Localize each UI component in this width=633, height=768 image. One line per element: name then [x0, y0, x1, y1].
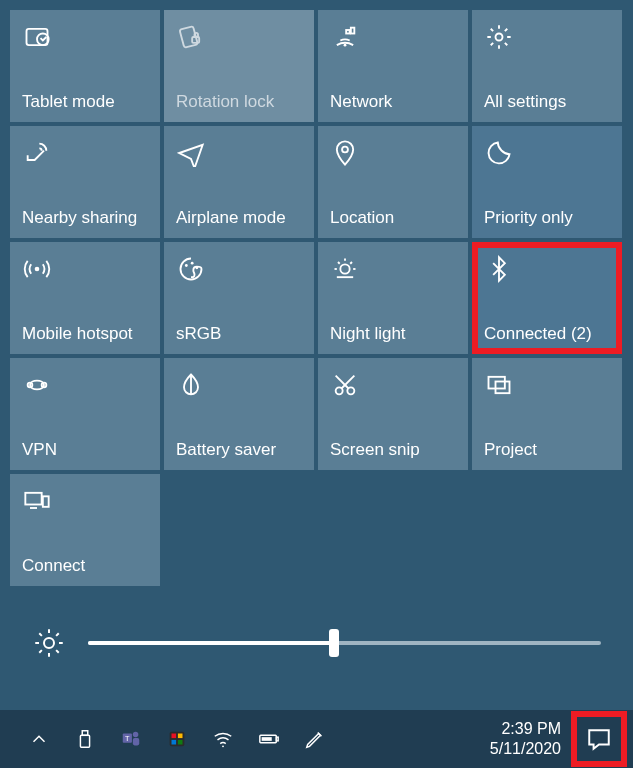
svg-rect-53: [262, 737, 272, 741]
svg-rect-52: [276, 737, 278, 741]
svg-rect-40: [80, 735, 89, 747]
svg-line-38: [56, 633, 59, 636]
svg-line-18: [350, 262, 352, 264]
svg-point-42: [133, 732, 139, 738]
tile-all-settings[interactable]: All settings: [472, 10, 622, 122]
svg-point-12: [195, 266, 198, 269]
tile-battery-saver[interactable]: Battery saver: [164, 358, 314, 470]
tile-priority-only[interactable]: Priority only: [472, 126, 622, 238]
tile-label: Airplane mode: [176, 208, 306, 228]
brightness-icon: [32, 626, 66, 660]
svg-rect-29: [43, 496, 49, 507]
airplane-mode-icon: [176, 138, 206, 168]
svg-text:T: T: [125, 734, 130, 743]
tile-airplane-mode[interactable]: Airplane mode: [164, 126, 314, 238]
svg-rect-3: [192, 37, 199, 43]
all-settings-icon: [484, 22, 514, 52]
tile-srgb[interactable]: sRGB: [164, 242, 314, 354]
svg-line-17: [338, 262, 340, 264]
svg-point-4: [344, 44, 347, 47]
tile-label: VPN: [22, 440, 152, 460]
tile-night-light[interactable]: Night light: [318, 242, 468, 354]
svg-rect-27: [25, 493, 41, 505]
tile-label: Mobile hotspot: [22, 324, 152, 344]
svg-point-8: [342, 147, 348, 153]
screen-snip-icon: [330, 370, 360, 400]
tray-teams-icon[interactable]: T: [118, 726, 144, 752]
tile-project[interactable]: Project: [472, 358, 622, 470]
svg-rect-43: [133, 738, 139, 745]
svg-rect-25: [489, 377, 505, 389]
tile-label: Night light: [330, 324, 460, 344]
tile-label: sRGB: [176, 324, 306, 344]
tray-battery-icon[interactable]: [256, 726, 282, 752]
svg-rect-5: [351, 28, 355, 34]
srgb-icon: [176, 254, 206, 284]
tile-screen-snip[interactable]: Screen snip: [318, 358, 468, 470]
rotation-lock-icon: [176, 22, 206, 52]
network-icon: [330, 22, 360, 52]
svg-point-10: [185, 264, 188, 267]
svg-rect-46: [172, 734, 177, 739]
svg-rect-26: [496, 382, 510, 394]
clock-time: 2:39 PM: [490, 719, 561, 739]
tile-label: Connected (2): [484, 324, 614, 344]
brightness-slider-row: [10, 626, 623, 660]
priority-only-icon: [484, 138, 514, 168]
nearby-sharing-icon: [22, 138, 52, 168]
svg-point-13: [340, 264, 349, 273]
tablet-mode-icon: [22, 22, 52, 52]
mobile-hotspot-icon: [22, 254, 52, 284]
svg-rect-49: [178, 740, 183, 745]
tile-label: Location: [330, 208, 460, 228]
tile-label: Battery saver: [176, 440, 306, 460]
connect-icon: [22, 486, 52, 516]
tile-label: Project: [484, 440, 614, 460]
tile-label: All settings: [484, 92, 614, 112]
action-center-button[interactable]: [571, 711, 627, 767]
clock-date: 5/11/2020: [490, 739, 561, 759]
location-icon: [330, 138, 360, 168]
svg-point-7: [496, 34, 503, 41]
svg-point-50: [222, 745, 224, 747]
tray-powertoys-icon[interactable]: [164, 726, 190, 752]
tile-label: Connect: [22, 556, 152, 576]
tile-connect[interactable]: Connect: [10, 474, 160, 586]
svg-line-35: [39, 633, 42, 636]
tile-location[interactable]: Location: [318, 126, 468, 238]
brightness-slider[interactable]: [88, 641, 601, 645]
svg-rect-47: [178, 734, 183, 739]
vpn-icon: [22, 370, 52, 400]
tray-pen-icon[interactable]: [302, 726, 328, 752]
tile-vpn[interactable]: VPN: [10, 358, 160, 470]
tile-mobile-hotspot[interactable]: Mobile hotspot: [10, 242, 160, 354]
tray-usb-icon[interactable]: [72, 726, 98, 752]
svg-point-11: [191, 262, 194, 265]
taskbar-clock[interactable]: 2:39 PM 5/11/2020: [490, 719, 567, 759]
project-icon: [484, 370, 514, 400]
tile-rotation-lock[interactable]: Rotation lock: [164, 10, 314, 122]
tile-label: Rotation lock: [176, 92, 306, 112]
night-light-icon: [330, 254, 360, 284]
svg-point-30: [44, 638, 54, 648]
bluetooth-icon: [484, 254, 514, 284]
tile-tablet-mode[interactable]: Tablet mode: [10, 10, 160, 122]
tile-label: Priority only: [484, 208, 614, 228]
svg-line-37: [39, 650, 42, 653]
svg-rect-6: [346, 30, 350, 34]
svg-rect-48: [172, 740, 177, 745]
tile-bluetooth[interactable]: Connected (2): [472, 242, 622, 354]
svg-line-36: [56, 650, 59, 653]
taskbar: T 2:39 PM 5/11/2020: [0, 710, 633, 768]
tile-label: Tablet mode: [22, 92, 152, 112]
tray-chevron-up-icon[interactable]: [26, 726, 52, 752]
battery-saver-icon: [176, 370, 206, 400]
tile-label: Network: [330, 92, 460, 112]
tile-network[interactable]: Network: [318, 10, 468, 122]
tray-wifi-icon[interactable]: [210, 726, 236, 752]
tile-label: Nearby sharing: [22, 208, 152, 228]
tile-label: Screen snip: [330, 440, 460, 460]
tile-nearby-sharing[interactable]: Nearby sharing: [10, 126, 160, 238]
svg-point-9: [35, 267, 40, 272]
